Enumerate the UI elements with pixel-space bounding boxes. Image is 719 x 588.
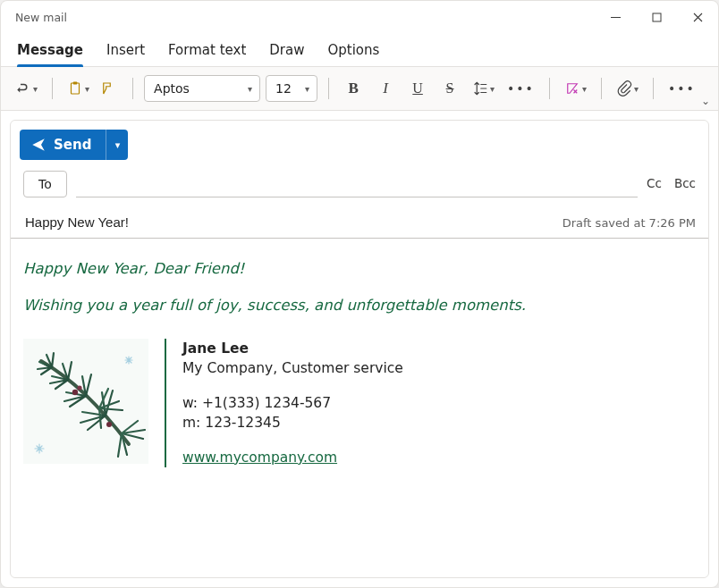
chevron-down-icon: ▾ <box>33 84 38 94</box>
pine-branch-icon <box>23 339 148 464</box>
divider <box>601 78 602 99</box>
attach-button[interactable]: ▾ <box>613 74 642 103</box>
divider <box>653 78 654 99</box>
subject-input[interactable] <box>23 214 563 231</box>
minimize-button[interactable] <box>595 3 636 31</box>
font-size-select[interactable]: 12 ▾ <box>266 75 317 102</box>
tab-draw[interactable]: Draw <box>269 33 304 66</box>
more-formatting-button[interactable]: ••• <box>503 74 538 103</box>
divider <box>52 78 53 99</box>
bcc-button[interactable]: Bcc <box>674 176 696 190</box>
message-body[interactable]: Happy New Year, Dear Friend! Wishing you… <box>11 239 708 577</box>
clear-formatting-button[interactable]: ▾ <box>561 74 590 103</box>
chevron-down-icon: ▾ <box>582 84 587 94</box>
format-painter-button[interactable] <box>95 74 122 103</box>
divider <box>132 78 133 99</box>
signature-phone-mobile: m: 123-12345 <box>182 413 403 433</box>
to-button[interactable]: To <box>23 171 67 197</box>
svg-rect-0 <box>611 17 621 18</box>
svg-rect-3 <box>73 82 78 85</box>
divider <box>549 78 550 99</box>
ribbon-tabs: Message Insert Format text Draw Options <box>1 33 718 67</box>
svg-point-5 <box>72 390 78 395</box>
chevron-down-icon: ▾ <box>634 84 639 94</box>
body-paragraph: Happy New Year, Dear Friend! <box>23 260 696 277</box>
svg-rect-1 <box>653 13 661 21</box>
signature-website-link[interactable]: www.mycompany.com <box>182 449 337 466</box>
to-input[interactable] <box>76 171 638 197</box>
close-button[interactable] <box>677 3 718 31</box>
signature-name: Jane Lee <box>182 339 403 358</box>
signature-company: My Company, Customer service <box>182 358 403 378</box>
svg-rect-2 <box>72 83 80 94</box>
send-label: Send <box>54 137 91 153</box>
chevron-down-icon: ▾ <box>305 84 309 94</box>
underline-button[interactable]: U <box>404 74 431 103</box>
tab-options[interactable]: Options <box>327 33 379 66</box>
line-spacing-button[interactable]: ▾ <box>469 74 498 103</box>
chevron-down-icon: ▾ <box>490 84 495 94</box>
undo-group: ▾ <box>12 74 41 103</box>
signature-divider <box>165 339 166 467</box>
italic-button[interactable]: I <box>372 74 399 103</box>
svg-point-7 <box>106 422 112 427</box>
tab-message[interactable]: Message <box>17 33 83 66</box>
font-size-value: 12 <box>275 81 292 96</box>
send-row: Send ▾ <box>11 121 708 165</box>
window-title: New mail <box>15 11 67 24</box>
compose-window: New mail Message Insert Format text Draw… <box>0 0 719 588</box>
titlebar: New mail <box>1 1 718 33</box>
svg-point-6 <box>77 385 81 390</box>
maximize-button[interactable] <box>636 3 677 31</box>
ribbon-toolbar: ▾ ▾ Aptos ▾ 12 ▾ B I <box>1 67 718 111</box>
font-name-select[interactable]: Aptos ▾ <box>144 75 260 102</box>
bold-button[interactable]: B <box>340 74 367 103</box>
tab-insert[interactable]: Insert <box>106 33 145 66</box>
compose-card: Send ▾ To Cc Bcc Draft saved at 7:26 PM … <box>10 120 709 578</box>
send-options-button[interactable]: ▾ <box>106 130 128 160</box>
subject-row: Draft saved at 7:26 PM <box>11 205 708 239</box>
send-button[interactable]: Send <box>20 130 106 160</box>
clipboard-group: ▾ <box>63 74 122 103</box>
chevron-down-icon: ▾ <box>85 84 89 94</box>
undo-button[interactable]: ▾ <box>12 74 41 103</box>
recipients-row: To Cc Bcc <box>11 165 708 205</box>
collapse-ribbon-button[interactable]: ⌄ <box>695 90 716 112</box>
signature-phone-work: w: +1(333) 1234-567 <box>182 393 403 413</box>
draft-status: Draft saved at 7:26 PM <box>563 216 696 230</box>
ribbon-overflow-button[interactable]: ••• <box>664 74 699 103</box>
send-split-button: Send ▾ <box>20 130 128 160</box>
divider <box>328 78 329 99</box>
font-name-value: Aptos <box>154 81 190 96</box>
send-icon <box>30 137 47 153</box>
cc-button[interactable]: Cc <box>647 176 662 190</box>
chevron-down-icon: ▾ <box>248 84 252 94</box>
paste-button[interactable]: ▾ <box>63 74 93 103</box>
body-paragraph: Wishing you a year full of joy, success,… <box>23 297 696 314</box>
signature-block: Jane Lee My Company, Customer service w:… <box>23 339 696 467</box>
tab-format-text[interactable]: Format text <box>168 33 246 66</box>
window-controls <box>595 3 718 31</box>
signature-image <box>23 339 148 464</box>
strikethrough-button[interactable]: S <box>436 74 463 103</box>
